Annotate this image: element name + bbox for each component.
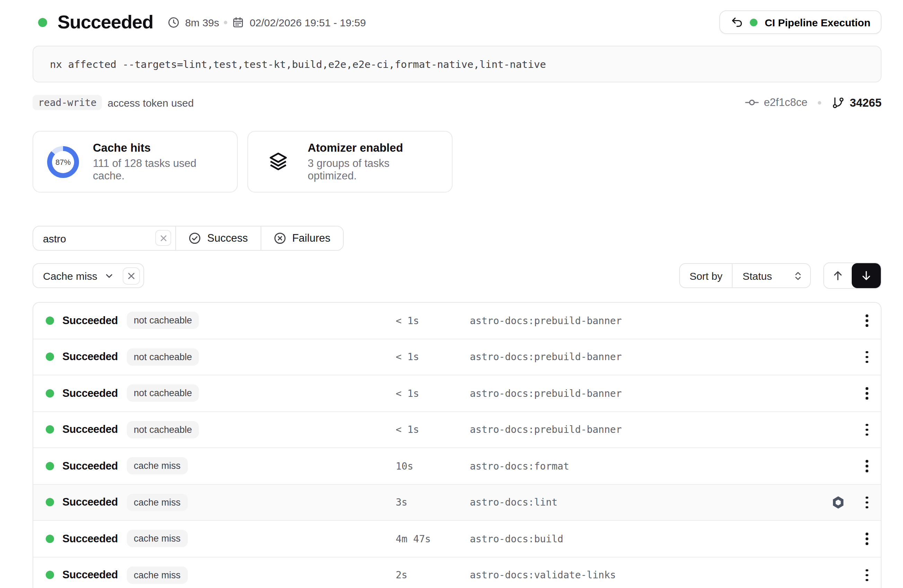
cache-hit-percent: 87% — [55, 158, 71, 166]
arrow-up-icon — [832, 270, 844, 282]
cache-hits-title: Cache hits — [93, 141, 225, 154]
task-duration: < 1s — [396, 315, 470, 326]
sort-descending-button[interactable] — [852, 263, 881, 288]
access-token-text: access token used — [108, 97, 194, 108]
clear-cache-filter-button[interactable] — [123, 267, 140, 284]
ci-pipeline-execution-button[interactable]: CI Pipeline Execution — [720, 10, 881, 34]
task-name: astro-docs:prebuild-banner — [470, 315, 823, 326]
task-name: astro-docs:lint — [470, 497, 823, 508]
task-cache-badge: cache miss — [127, 458, 187, 475]
cache-hit-donut-chart: 87% — [47, 146, 79, 178]
task-name: astro-docs:build — [470, 533, 823, 544]
failures-label: Failures — [292, 232, 330, 245]
task-row[interactable]: Succeeded not cacheable < 1s astro-docs:… — [33, 338, 881, 375]
check-circle-icon — [189, 232, 201, 245]
task-status: Succeeded — [62, 314, 118, 327]
task-menu-button[interactable] — [853, 303, 881, 338]
task-status: Succeeded — [62, 387, 118, 400]
run-date-text: 02/02/2026 19:51 - 19:59 — [250, 16, 366, 28]
search-input[interactable] — [33, 232, 147, 244]
pipeline-status-dot — [750, 18, 758, 26]
task-duration: 2s — [396, 570, 470, 581]
filter-group: Success Failures — [33, 226, 343, 251]
task-duration: < 1s — [396, 388, 470, 399]
task-row[interactable]: Succeeded cache miss 4m 47s astro-docs:b… — [33, 520, 881, 557]
layers-icon — [267, 151, 289, 172]
sort-field-select[interactable]: Status — [733, 264, 810, 287]
cache-hits-subtitle: 111 of 128 tasks used cache. — [93, 157, 225, 182]
commit-hash: e2f1c8ce — [764, 96, 807, 109]
close-icon — [159, 234, 167, 242]
token-row: read-write access token used e2f1c8ce 34… — [33, 95, 881, 110]
task-duration: 3s — [396, 497, 470, 508]
search-field — [33, 226, 176, 250]
task-status-dot — [46, 498, 54, 506]
task-menu-button[interactable] — [853, 412, 881, 447]
task-name: astro-docs:validate-links — [470, 570, 823, 581]
task-status: Succeeded — [62, 569, 118, 582]
back-arrow-icon — [731, 16, 743, 28]
task-cache-badge: cache miss — [127, 566, 187, 584]
filter-row: Success Failures — [33, 226, 881, 251]
stat-cards: 87% Cache hits 111 of 128 tasks used cac… — [33, 131, 881, 193]
task-cache-badge: not cacheable — [127, 312, 199, 329]
list-toolbar: Cache miss Sort by Status — [33, 262, 881, 289]
task-status-dot — [46, 426, 54, 434]
task-cache-badge: cache miss — [127, 494, 187, 511]
cache-filter-value: Cache miss — [43, 270, 98, 282]
task-menu-button[interactable] — [853, 375, 881, 411]
cache-status-filter: Cache miss — [33, 263, 145, 288]
filter-failures-button[interactable]: Failures — [261, 226, 343, 250]
commit-icon — [745, 96, 759, 110]
task-menu-button[interactable] — [853, 448, 881, 484]
task-menu-button[interactable] — [853, 557, 881, 588]
run-duration: 8m 39s — [168, 16, 219, 28]
task-row[interactable]: Succeeded not cacheable < 1s astro-docs:… — [33, 375, 881, 411]
run-status-title: Succeeded — [58, 11, 153, 33]
branch-link[interactable]: 34265 — [832, 96, 881, 109]
cache-hits-card: 87% Cache hits 111 of 128 tasks used cac… — [33, 131, 238, 193]
task-row[interactable]: Succeeded cache miss 3s astro-docs:lint — [33, 484, 881, 520]
task-duration: 10s — [396, 461, 470, 472]
task-status-dot — [46, 571, 54, 579]
command-box: nx affected --targets=lint,test,test-kt,… — [33, 46, 881, 82]
ci-run-detail-screen: Succeeded 8m 39s 02/02/2026 19:51 - 19:5… — [0, 0, 903, 588]
hexagon-nut-icon — [831, 495, 845, 510]
commit-link[interactable]: e2f1c8ce — [745, 96, 807, 110]
task-name: astro-docs:prebuild-banner — [470, 424, 823, 435]
close-icon — [127, 271, 136, 280]
task-menu-button[interactable] — [853, 339, 881, 375]
run-header: Succeeded 8m 39s 02/02/2026 19:51 - 19:5… — [33, 0, 881, 37]
task-row[interactable]: Succeeded cache miss 10s astro-docs:form… — [33, 447, 881, 484]
git-branch-icon — [832, 96, 845, 109]
access-token-scope-badge: read-write — [33, 95, 102, 110]
task-menu-button[interactable] — [853, 521, 881, 557]
sort-control: Sort by Status — [679, 263, 811, 288]
task-duration: < 1s — [396, 424, 470, 435]
task-cache-badge: not cacheable — [127, 421, 199, 438]
branch-number: 34265 — [850, 96, 881, 109]
vcs-info: e2f1c8ce 34265 — [745, 96, 881, 110]
task-status-dot — [46, 462, 54, 470]
task-cache-badge: not cacheable — [127, 348, 199, 366]
task-row[interactable]: Succeeded cache miss 2s astro-docs:valid… — [33, 557, 881, 588]
task-row[interactable]: Succeeded not cacheable < 1s astro-docs:… — [33, 303, 881, 338]
task-name: astro-docs:prebuild-banner — [470, 351, 823, 362]
task-status: Succeeded — [62, 460, 118, 472]
sort-ascending-button[interactable] — [824, 263, 852, 288]
run-duration-text: 8m 39s — [185, 16, 219, 28]
success-label: Success — [207, 232, 248, 245]
sort-by-label: Sort by — [680, 264, 733, 287]
task-status: Succeeded — [62, 423, 118, 436]
clear-search-button[interactable] — [155, 230, 171, 246]
task-row[interactable]: Succeeded not cacheable < 1s astro-docs:… — [33, 411, 881, 447]
task-menu-button[interactable] — [853, 485, 881, 520]
sort-field-value: Status — [743, 270, 772, 282]
command-text: nx affected --targets=lint,test,test-kt,… — [33, 58, 546, 70]
filter-success-button[interactable]: Success — [176, 226, 261, 250]
cache-filter-dropdown[interactable]: Cache miss — [33, 270, 123, 282]
x-circle-icon — [274, 232, 286, 245]
arrow-down-icon — [860, 270, 873, 282]
task-status: Succeeded — [62, 351, 118, 363]
task-fix-button[interactable] — [823, 495, 853, 510]
